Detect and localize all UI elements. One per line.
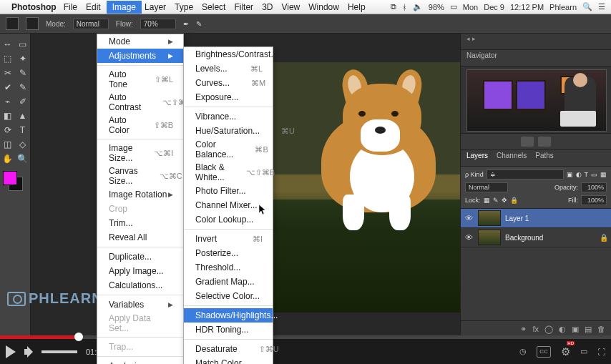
volume-control[interactable] xyxy=(24,346,77,358)
navigator-panel[interactable] xyxy=(461,67,611,134)
notification-icon[interactable]: ☰ xyxy=(598,2,605,11)
cc-button[interactable]: CC xyxy=(537,346,551,358)
menu-file[interactable]: File xyxy=(64,2,77,12)
layer-row[interactable]: 👁Layer 1 xyxy=(461,209,611,228)
spotlight-icon[interactable]: 🔍 xyxy=(582,2,592,11)
layer-thumbnail[interactable] xyxy=(478,230,501,245)
collapsed-panel-tab[interactable]: ◂ ▸ xyxy=(461,34,611,50)
airbrush-icon[interactable]: ✒ xyxy=(183,20,189,28)
progress-bar[interactable] xyxy=(0,335,611,339)
tool-button[interactable]: ◫ xyxy=(1,137,14,152)
menu-item-threshold[interactable]: Threshold... xyxy=(184,260,273,275)
lock-transparency-icon[interactable]: ▦ xyxy=(484,197,490,204)
bluetooth-icon[interactable]: ᚼ xyxy=(402,3,407,11)
menu-item-black-white[interactable]: Black & White...⌥⇧⌘B xyxy=(184,161,273,184)
menu-item-match-color[interactable]: Match Color... xyxy=(184,356,273,364)
tool-button[interactable]: 🔍 xyxy=(16,152,29,166)
menu-item-auto-color[interactable]: Auto Color⇧⌘B xyxy=(97,114,183,137)
menu-item-exposure[interactable]: Exposure... xyxy=(184,90,273,104)
menu-item-auto-contrast[interactable]: Auto Contrast⌥⇧⌘L xyxy=(97,91,183,114)
menu-item-photo-filter[interactable]: Photo Filter... xyxy=(184,184,273,198)
tablet-pressure-icon[interactable]: ✎ xyxy=(196,20,202,28)
menu-item-vibrance[interactable]: Vibrance... xyxy=(184,109,273,124)
lock-pixels-icon[interactable]: ✎ xyxy=(493,197,499,204)
delete-layer-icon[interactable]: 🗑 xyxy=(597,325,605,333)
menu-item-levels[interactable]: Levels...⌘L xyxy=(184,62,273,76)
menu-item-auto-tone[interactable]: Auto Tone⇧⌘L xyxy=(97,68,183,91)
tool-button[interactable]: ⟳ xyxy=(1,123,14,137)
tab-layers[interactable]: Layers xyxy=(466,152,488,164)
menu-image[interactable]: Image xyxy=(107,1,142,14)
fill-input[interactable]: 100% xyxy=(581,195,607,205)
blend-mode-select[interactable]: Normal xyxy=(465,182,508,192)
menu-item-image-rotation[interactable]: Image Rotation▶ xyxy=(97,187,183,202)
tool-button[interactable]: ↔ xyxy=(1,37,14,51)
tool-preset-icon[interactable] xyxy=(6,17,19,30)
visibility-eye-icon[interactable]: 👁 xyxy=(464,214,474,222)
menu-help[interactable]: Help xyxy=(348,2,366,12)
tool-button[interactable]: T xyxy=(16,123,29,137)
menu-item-apply-image[interactable]: Apply Image... xyxy=(97,264,183,278)
menu-layer[interactable]: Layer xyxy=(145,2,166,12)
menu-select[interactable]: Select xyxy=(202,2,225,12)
collapsed-icon-panel[interactable] xyxy=(461,134,611,150)
brush-preset-icon[interactable] xyxy=(26,17,39,30)
lock-all-icon[interactable]: 🔒 xyxy=(510,197,518,204)
menu-filter[interactable]: Filter xyxy=(234,2,253,12)
menu-window[interactable]: Window xyxy=(308,2,339,12)
visibility-eye-icon[interactable]: 👁 xyxy=(464,233,474,242)
new-layer-icon[interactable]: ▤ xyxy=(585,325,592,334)
play-button[interactable] xyxy=(6,345,16,358)
tool-button[interactable]: ✔ xyxy=(1,80,14,94)
menu-item-posterize[interactable]: Posterize... xyxy=(184,246,273,260)
menu-item-analysis[interactable]: Analysis▶ xyxy=(97,359,183,364)
menu-item-invert[interactable]: Invert⌘I xyxy=(184,232,273,246)
mode-select[interactable]: Normal xyxy=(73,19,109,29)
tab-channels[interactable]: Channels xyxy=(497,152,527,164)
filter-smart-icon[interactable]: ▦ xyxy=(600,171,607,178)
tool-button[interactable]: ◧ xyxy=(1,109,14,123)
menu-item-duplicate[interactable]: Duplicate... xyxy=(97,250,183,264)
battery-icon[interactable]: ▭ xyxy=(450,2,457,11)
menu-item-mode[interactable]: Mode▶ xyxy=(97,34,183,49)
layer-mask-icon[interactable]: ◯ xyxy=(544,325,553,334)
tool-button[interactable]: ✎ xyxy=(16,80,29,94)
menu-item-variables[interactable]: Variables▶ xyxy=(97,297,183,312)
menu-item-color-balance[interactable]: Color Balance...⌘B xyxy=(184,138,273,161)
watch-later-icon[interactable]: ◷ xyxy=(519,347,527,356)
wifi-icon[interactable]: ⧉ xyxy=(391,2,396,11)
theater-mode-button[interactable]: ▭ xyxy=(580,347,587,356)
menu-edit[interactable]: Edit xyxy=(86,2,101,12)
filter-pixel-icon[interactable]: ▣ xyxy=(567,171,573,178)
menu-item-curves[interactable]: Curves...⌘M xyxy=(184,76,273,90)
tab-paths[interactable]: Paths xyxy=(535,152,554,164)
color-swatches[interactable] xyxy=(3,171,24,192)
filter-type-icon[interactable]: T xyxy=(585,171,589,178)
group-icon[interactable]: ▣ xyxy=(572,325,579,334)
volume-icon[interactable]: 🔈 xyxy=(413,2,423,11)
user-name[interactable]: Phlearn xyxy=(549,3,577,11)
filter-shape-icon[interactable]: ▭ xyxy=(591,171,597,178)
character-panel-icon[interactable] xyxy=(521,137,534,147)
menu-item-hue-saturation[interactable]: Hue/Saturation...⌘U xyxy=(184,124,273,138)
tool-button[interactable]: ⬚ xyxy=(1,51,14,66)
menu-item-calculations[interactable]: Calculations... xyxy=(97,278,183,292)
menu-item-shadows-highlights[interactable]: Shadows/Highlights... xyxy=(184,308,273,323)
menu-item-canvas-size[interactable]: Canvas Size...⌥⌘C xyxy=(97,164,183,187)
menu-item-adjustments[interactable]: Adjustments▶ xyxy=(97,49,183,63)
layer-name[interactable]: Layer 1 xyxy=(505,215,608,222)
menu-type[interactable]: Type xyxy=(175,2,193,12)
tool-button[interactable]: ✋ xyxy=(1,152,14,166)
volume-icon[interactable] xyxy=(24,346,39,358)
menu-item-gradient-map[interactable]: Gradient Map... xyxy=(184,275,273,289)
lock-position-icon[interactable]: ✥ xyxy=(502,197,507,204)
tool-button[interactable]: ✐ xyxy=(16,94,29,109)
adjustment-layer-icon[interactable]: ◐ xyxy=(559,325,566,334)
menu-item-trim[interactable]: Trim... xyxy=(97,216,183,230)
app-name[interactable]: Photoshop xyxy=(11,2,57,12)
layer-name[interactable]: Background xyxy=(505,234,595,242)
menu-item-desaturate[interactable]: Desaturate⇧⌘U xyxy=(184,342,273,356)
foreground-color-swatch[interactable] xyxy=(3,171,17,185)
tool-button[interactable]: ✎ xyxy=(16,66,29,80)
menu-item-reveal-all[interactable]: Reveal All xyxy=(97,230,183,245)
